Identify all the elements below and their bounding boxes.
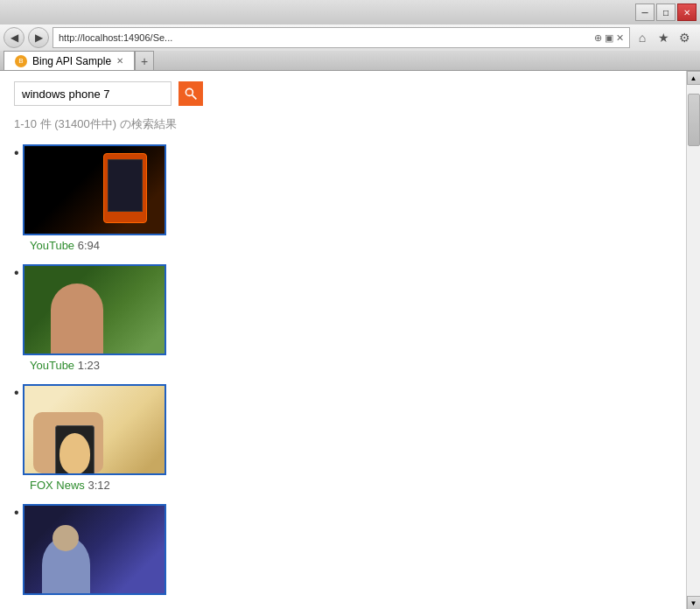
thumbnail-image-1 — [24, 146, 164, 234]
browser-chrome: ─ □ ✕ ◀ ▶ http://localhost:14906/Se... ⊕… — [0, 0, 700, 71]
video-thumbnail-2[interactable] — [23, 264, 166, 355]
phone-graphic-1 — [103, 153, 147, 223]
video-row-4: • — [14, 504, 672, 595]
thumbnail-image-4 — [24, 506, 164, 593]
person-graphic-2 — [51, 284, 103, 354]
forward-button[interactable]: ▶ — [28, 27, 49, 48]
maximize-button[interactable]: □ — [656, 4, 676, 21]
scrollbar: ▲ ▼ — [686, 71, 700, 609]
title-bar: ─ □ ✕ — [0, 0, 700, 24]
video-thumbnail-1[interactable] — [23, 144, 166, 235]
video-row-1: • — [14, 144, 672, 235]
tab-label: Bing API Sample — [32, 55, 111, 67]
tab-bing-api[interactable]: B Bing API Sample ✕ — [4, 51, 135, 70]
address-bar[interactable]: http://localhost:14906/Se... ⊕ ▣ ✕ — [52, 27, 630, 48]
source-line-3: FOX News 3:12 — [30, 479, 672, 492]
search-area — [14, 81, 672, 106]
video-thumbnail-3[interactable] — [23, 384, 166, 475]
home-button[interactable]: ⌂ — [634, 29, 651, 46]
thumbnail-image-2 — [24, 266, 164, 354]
new-tab-button[interactable]: + — [135, 51, 154, 70]
source-name-3: FOX News — [30, 479, 85, 492]
source-line-2: YouTube 1:23 — [30, 359, 672, 372]
result-count: 1-10 件 (31400件中) の検索結果 — [14, 116, 672, 132]
scroll-up-button[interactable]: ▲ — [687, 71, 701, 85]
search-icon — [184, 87, 198, 101]
scroll-track[interactable] — [687, 85, 700, 596]
source-name-1: YouTube — [30, 239, 74, 252]
list-item: • YouTube 6:94 — [14, 144, 672, 252]
back-button[interactable]: ◀ — [4, 27, 24, 48]
favorites-button[interactable]: ★ — [654, 29, 672, 46]
search-button[interactable] — [178, 81, 203, 106]
page-content: 1-10 件 (31400件中) の検索結果 • — [0, 71, 686, 609]
tab-bar: B Bing API Sample ✕ + — [0, 51, 700, 70]
video-row-2: • — [14, 264, 672, 355]
tab-favicon: B — [15, 55, 27, 67]
list-item: • YouTube 1:23 — [14, 264, 672, 372]
bullet-1: • — [14, 146, 19, 160]
duration-2: 1:23 — [78, 359, 100, 372]
bullet-2: • — [14, 266, 19, 280]
toolbar-right: ⌂ ★ ⚙ — [634, 29, 696, 46]
svg-point-0 — [186, 88, 192, 95]
source-line-1: YouTube 6:94 — [30, 239, 672, 252]
bullet-3: • — [14, 386, 19, 400]
title-bar-buttons: ─ □ ✕ — [635, 4, 696, 21]
face-on-screen-3 — [60, 433, 90, 473]
duration-3: 3:12 — [88, 479, 109, 492]
navigation-bar: ◀ ▶ http://localhost:14906/Se... ⊕ ▣ ✕ ⌂… — [0, 24, 700, 51]
hand-graphic-3 — [33, 412, 103, 473]
stop-icon: ✕ — [616, 32, 624, 44]
search-input[interactable] — [14, 81, 172, 106]
thumbnail-image-3 — [24, 386, 164, 473]
video-list: • YouTube 6:94 — [14, 144, 672, 595]
phone2-graphic-3 — [55, 425, 94, 473]
scroll-thumb[interactable] — [688, 94, 700, 146]
thumb-inner-2 — [24, 266, 164, 354]
tab-close-button[interactable]: ✕ — [116, 56, 123, 66]
video-row-3: • — [14, 384, 672, 475]
phone-screen-1 — [108, 159, 143, 212]
video-thumbnail-4[interactable] — [23, 504, 166, 595]
svg-line-1 — [192, 95, 197, 100]
thumb-inner-3 — [24, 386, 164, 473]
scroll-down-button[interactable]: ▼ — [687, 596, 701, 609]
bullet-4: • — [14, 506, 19, 520]
figure-head — [52, 525, 79, 551]
address-text: http://localhost:14906/Se... — [59, 32, 591, 43]
close-button[interactable]: ✕ — [677, 4, 696, 21]
content-wrapper: 1-10 件 (31400件中) の検索結果 • — [0, 71, 700, 609]
list-item: • — [14, 504, 672, 595]
thumb-inner-1 — [24, 146, 164, 234]
thumb-inner-4 — [24, 506, 164, 593]
minimize-button[interactable]: ─ — [635, 4, 654, 21]
page-icon: ▣ — [605, 32, 613, 44]
duration-1: 6:94 — [78, 239, 100, 252]
settings-button[interactable]: ⚙ — [676, 29, 693, 46]
list-item: • — [14, 384, 672, 492]
address-bar-icons: ⊕ ▣ ✕ — [594, 32, 624, 44]
source-name-2: YouTube — [30, 359, 74, 372]
security-icon: ⊕ — [594, 32, 602, 44]
